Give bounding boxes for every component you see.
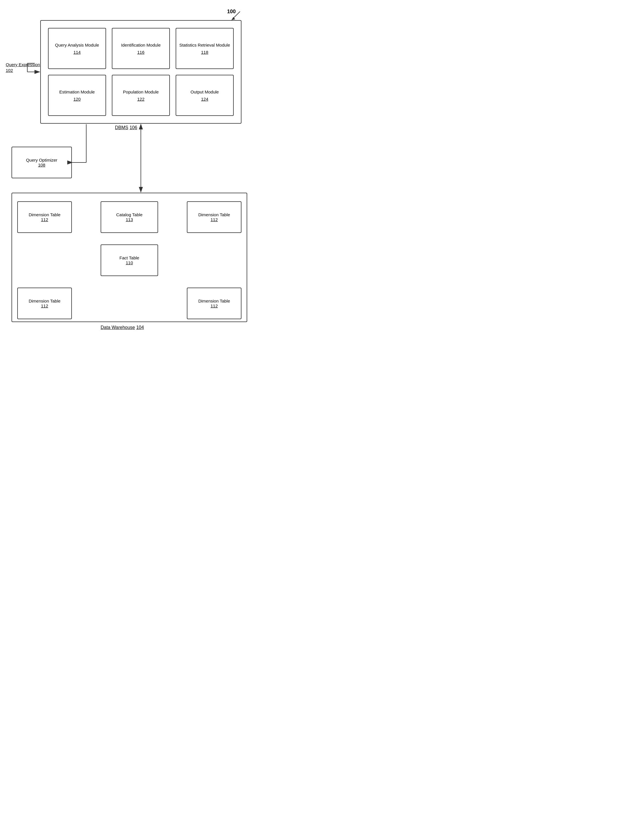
catalog-table: Catalog Table 113 [101,201,158,233]
fact-table: Fact Table 110 [101,245,158,276]
module-population: Population Module 122 [112,75,170,116]
arrow-100-svg [224,10,241,22]
module-grid: Query Analysis Module 114 Identification… [41,21,241,123]
dimension-table-bl: Dimension Table 112 [17,287,72,319]
diagram-container: 100 Query Analysis Module 114 Identifica… [6,6,253,333]
module-statistics-retrieval: Statistics Retrieval Module 118 [176,28,234,69]
module-identification: Identification Module 116 [112,28,170,69]
module-query-analysis: Query Analysis Module 114 [48,28,106,69]
module-estimation: Estimation Module 120 [48,75,106,116]
dimension-table-br: Dimension Table 112 [187,287,241,319]
dimension-table-tl: Dimension Table 112 [17,201,72,233]
query-expression-label: Query Expression 102 [6,62,40,73]
module-output: Output Module 124 [176,75,234,116]
svg-line-0 [233,11,240,19]
dbms-label: DBMS 106 [115,125,137,130]
dimension-table-tr: Dimension Table 112 [187,201,241,233]
dbms-box: Query Analysis Module 114 Identification… [40,20,241,124]
data-warehouse-label: Data Warehouse 104 [101,325,144,330]
query-optimizer-box: Query Optimizer 108 [11,147,72,178]
svg-marker-1 [232,17,235,20]
